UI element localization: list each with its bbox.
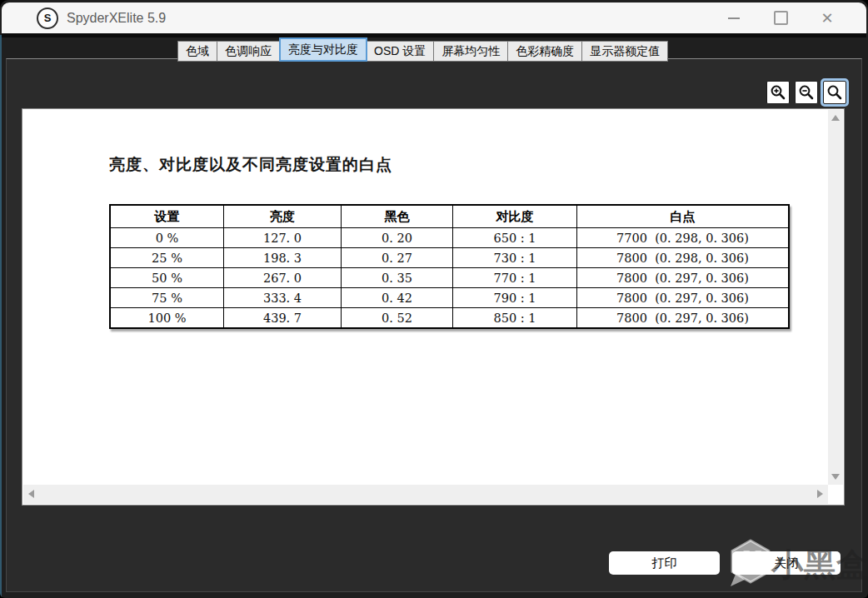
table-header-row: 设置亮度黑色对比度白点 [110, 205, 789, 228]
table-cell: 0. 52 [342, 308, 453, 329]
maximize-button[interactable] [761, 6, 800, 31]
scroll-down-arrow-icon[interactable] [831, 474, 840, 480]
minimize-button[interactable] [715, 6, 753, 31]
close-window-button[interactable]: ✕ [808, 6, 846, 31]
table-row: 50 %267. 00. 35770 : 17800 (0. 297, 0. 3… [110, 268, 789, 288]
table-cell: 25 % [110, 248, 224, 268]
table-cell: 7800 (0. 297, 0. 306) [577, 308, 790, 329]
table-cell: 7800 (0. 297, 0. 306) [577, 288, 790, 308]
scrollbar-corner [828, 485, 843, 504]
table-cell: 0 % [110, 228, 224, 248]
magnifier-plus-icon [770, 84, 786, 101]
close-icon: ✕ [821, 11, 833, 26]
table-row: 75 %333. 40. 42790 : 17800 (0. 297, 0. 3… [110, 288, 789, 308]
tab-色调响应[interactable]: 色调响应 [217, 41, 280, 62]
print-button[interactable]: 打印 [609, 551, 720, 575]
app-window: S SpyderXElite 5.9 ✕ 色域色调响应亮度与对比度OSD 设置屏… [0, 0, 868, 598]
tab-屏幕均匀性[interactable]: 屏幕均匀性 [434, 41, 508, 62]
table-cell: 0. 27 [342, 248, 453, 268]
tab-bar: 色域色调响应亮度与对比度OSD 设置屏幕均匀性色彩精确度显示器额定值 [177, 37, 668, 62]
tab-OSD 设置[interactable]: OSD 设置 [367, 41, 434, 62]
table-cell: 439. 7 [224, 308, 342, 329]
zoom-toolbar [766, 81, 846, 104]
table-header-cell: 白点 [577, 205, 790, 228]
table-cell: 770 : 1 [453, 268, 577, 288]
table-cell: 127. 0 [224, 228, 342, 248]
document-viewport: 亮度、对比度以及不同亮度设置的白点 设置亮度黑色对比度白点 0 %127. 00… [22, 108, 845, 506]
report-table: 设置亮度黑色对比度白点 0 %127. 00. 20650 : 17700 (0… [109, 204, 790, 329]
table-cell: 7700 (0. 298, 0. 306) [577, 228, 790, 248]
table-cell: 0. 20 [342, 228, 453, 248]
table-header-cell: 亮度 [224, 205, 342, 228]
table-cell: 333. 4 [224, 288, 342, 308]
horizontal-scrollbar[interactable] [23, 485, 828, 504]
window-controls: ✕ [706, 6, 846, 31]
table-cell: 730 : 1 [453, 248, 577, 268]
table-cell: 267. 0 [224, 268, 342, 288]
title-bar: S SpyderXElite 5.9 ✕ [2, 2, 866, 37]
scroll-right-arrow-icon[interactable] [817, 490, 823, 498]
table-cell: 850 : 1 [453, 308, 577, 329]
window-title: SpyderXElite 5.9 [67, 11, 166, 26]
table-cell: 7800 (0. 298, 0. 306) [577, 248, 790, 268]
table-cell: 650 : 1 [453, 228, 577, 248]
magnifier-minus-icon [798, 84, 815, 101]
table-cell: 75 % [110, 288, 224, 308]
table-cell: 198. 3 [224, 248, 342, 268]
scroll-up-arrow-icon[interactable] [831, 115, 840, 121]
table-cell: 7800 (0. 297, 0. 306) [577, 268, 790, 288]
table-row: 100 %439. 70. 52850 : 17800 (0. 297, 0. … [110, 308, 789, 329]
close-dialog-button[interactable]: 关闭 [732, 551, 841, 575]
tab-显示器额定值[interactable]: 显示器额定值 [582, 41, 668, 62]
vertical-scrollbar[interactable] [828, 110, 843, 485]
table-cell: 0. 35 [342, 268, 453, 288]
table-header-cell: 黑色 [342, 205, 453, 228]
zoom-in-button[interactable] [766, 81, 790, 104]
table-cell: 790 : 1 [453, 288, 577, 308]
tab-色域[interactable]: 色域 [177, 41, 217, 62]
table-cell: 0. 42 [342, 288, 453, 308]
spyder-logo-icon: S [37, 7, 58, 29]
table-header-cell: 对比度 [453, 205, 577, 228]
table-body: 0 %127. 00. 20650 : 17700 (0. 298, 0. 30… [110, 228, 789, 329]
table-cell: 50 % [110, 268, 224, 288]
tab-亮度与对比度[interactable]: 亮度与对比度 [279, 37, 367, 62]
table-cell: 100 % [110, 308, 224, 329]
table-header-cell: 设置 [110, 205, 224, 228]
magnifier-icon [826, 84, 843, 101]
scroll-left-arrow-icon[interactable] [28, 490, 34, 498]
report-heading: 亮度、对比度以及不同亮度设置的白点 [109, 154, 392, 176]
tab-色彩精确度[interactable]: 色彩精确度 [508, 41, 582, 62]
table-row: 0 %127. 00. 20650 : 17700 (0. 298, 0. 30… [110, 228, 789, 248]
zoom-select-button[interactable] [823, 81, 846, 104]
maximize-icon [774, 11, 788, 25]
minimize-icon [728, 17, 740, 19]
table-row: 25 %198. 30. 27730 : 17800 (0. 298, 0. 3… [110, 248, 789, 268]
zoom-out-button[interactable] [795, 81, 818, 104]
